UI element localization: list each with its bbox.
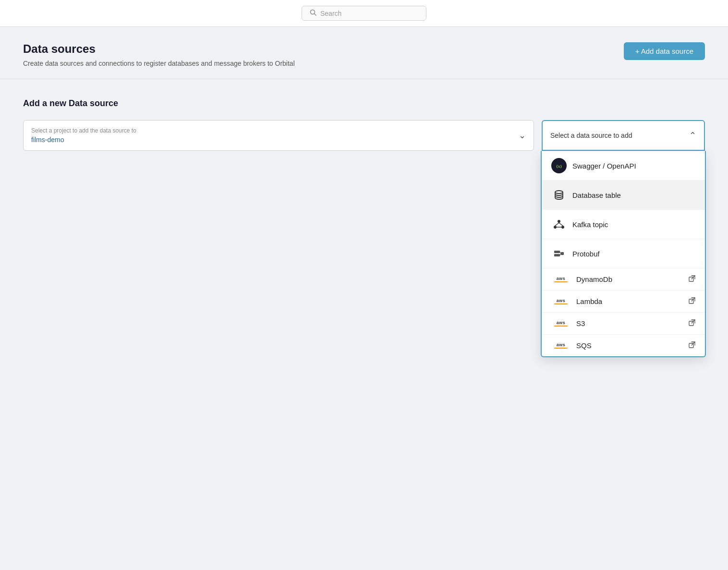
- list-item[interactable]: aws SQS: [542, 335, 705, 356]
- svg-text:{s}: {s}: [556, 164, 562, 169]
- list-item[interactable]: Kafka topic: [542, 210, 705, 239]
- svg-line-15: [560, 254, 561, 255]
- item-label: Lambda: [576, 297, 683, 305]
- page-description: Create data sources and connections to r…: [23, 60, 295, 67]
- lambda-icon: aws: [551, 298, 570, 304]
- header-left: Data sources Create data sources and con…: [23, 42, 295, 67]
- chevron-down-icon: ⌄: [519, 130, 526, 141]
- datasource-container: Select a data source to add ⌃ {s} Swagge…: [542, 120, 705, 151]
- datasource-trigger[interactable]: Select a data source to add ⌃: [542, 120, 705, 151]
- external-link-icon: [689, 319, 695, 327]
- list-item[interactable]: aws S3: [542, 313, 705, 335]
- svg-point-6: [554, 226, 557, 229]
- svg-line-1: [315, 14, 316, 16]
- datasource-dropdown-list: {s} Swagger / OpenAPI: [541, 151, 706, 357]
- svg-line-8: [555, 223, 559, 226]
- sqs-icon: aws: [551, 342, 570, 349]
- project-selector[interactable]: Select a project to add the data source …: [23, 120, 534, 151]
- header-section: Data sources Create data sources and con…: [0, 27, 728, 79]
- project-selector-value: films-demo: [31, 136, 526, 144]
- item-label: Database table: [572, 191, 695, 199]
- form-row: Select a project to add the data source …: [23, 120, 705, 151]
- svg-rect-11: [554, 251, 560, 253]
- list-item[interactable]: Protobuf: [542, 239, 705, 268]
- item-label: DynamoDb: [576, 275, 683, 283]
- item-label: Swagger / OpenAPI: [572, 162, 695, 170]
- datasource-trigger-label: Select a data source to add: [550, 132, 632, 139]
- item-label: S3: [576, 319, 683, 327]
- list-item[interactable]: aws DynamoDb: [542, 268, 705, 291]
- item-label: Protobuf: [572, 250, 695, 258]
- item-label: SQS: [576, 341, 683, 350]
- add-data-source-button[interactable]: + Add data source: [624, 42, 705, 60]
- svg-point-5: [558, 220, 560, 223]
- list-item[interactable]: aws Lambda: [542, 291, 705, 313]
- svg-point-4: [555, 191, 563, 194]
- section-title: Add a new Data source: [23, 98, 705, 109]
- svg-line-14: [560, 252, 561, 254]
- svg-line-9: [559, 223, 563, 226]
- dynamodb-icon: aws: [551, 276, 570, 282]
- s3-icon: aws: [551, 320, 570, 327]
- external-link-icon: [689, 275, 695, 283]
- list-item[interactable]: {s} Swagger / OpenAPI: [542, 151, 705, 181]
- kafka-icon: [551, 217, 567, 232]
- svg-rect-12: [554, 254, 560, 256]
- page-title: Data sources: [23, 42, 295, 56]
- main-content: Add a new Data source Select a project t…: [0, 79, 728, 170]
- search-box[interactable]: Search: [302, 6, 426, 21]
- external-link-icon: [689, 297, 695, 305]
- list-item[interactable]: Database table: [542, 181, 705, 210]
- svg-rect-13: [561, 252, 564, 255]
- search-placeholder: Search: [320, 10, 341, 17]
- swagger-icon: {s}: [551, 158, 567, 173]
- project-selector-label: Select a project to add the data source …: [31, 127, 526, 134]
- top-bar: Search: [0, 0, 728, 27]
- item-label: Kafka topic: [572, 220, 695, 229]
- search-icon: [310, 9, 316, 17]
- chevron-up-icon: ⌃: [689, 130, 696, 141]
- external-link-icon: [689, 341, 695, 350]
- protobuf-icon: [551, 246, 567, 261]
- database-icon: [551, 187, 567, 203]
- svg-point-7: [561, 226, 564, 229]
